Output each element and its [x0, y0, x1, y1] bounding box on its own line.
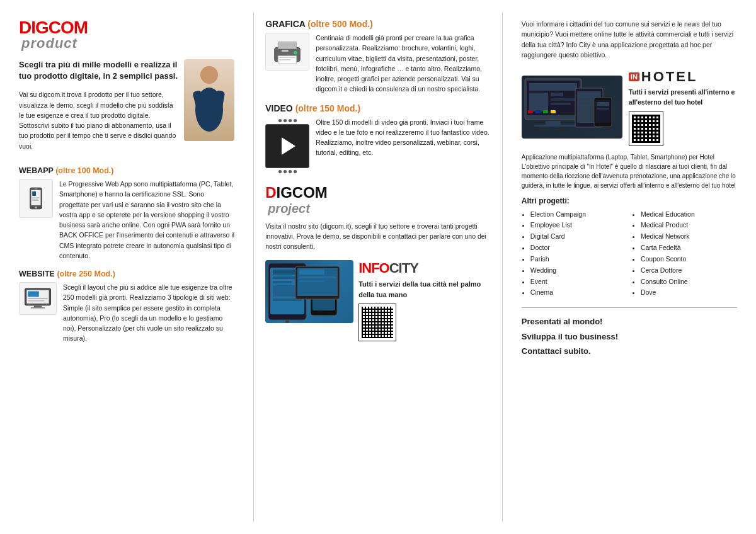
person-image	[184, 59, 234, 141]
svg-point-24	[294, 51, 297, 55]
printer-icon	[270, 37, 305, 66]
svg-rect-63	[536, 110, 541, 113]
website-row: Scegli il layout che più si addice alle …	[19, 282, 234, 344]
infocity-section: INFOCITY Tutti i servizi della tua città…	[265, 260, 491, 341]
video-dots-bottom	[278, 170, 297, 173]
grafica-title: GRAFICA (oltre 500 Mod.)	[265, 19, 491, 29]
dot2	[284, 119, 287, 122]
hotel-header: IN HOTEL Tutti i servizi presenti all'in…	[522, 69, 737, 146]
svg-rect-10	[32, 199, 38, 200]
svg-rect-18	[28, 300, 44, 302]
list-item: Event	[530, 276, 627, 288]
mid-column: GRAFICA (oltre 500 Mod.) Centinaia di mo…	[253, 13, 503, 521]
right-column: Vuoi informare i cittadini del tuo comun…	[515, 13, 743, 521]
webapp-title-text: WEBAPP	[19, 166, 54, 175]
dot7	[289, 170, 292, 173]
hotel-logo-row: IN HOTEL	[629, 69, 698, 85]
infocity-logo-text: INFOCITY	[358, 260, 491, 276]
website-text: Scegli il layout che più si addice alle …	[63, 282, 234, 344]
logo-brand: DIGCOM	[19, 19, 234, 37]
dot5	[278, 170, 282, 173]
svg-rect-20	[278, 42, 296, 48]
list-item: Medical Network	[641, 231, 737, 242]
website-section: WEBSITE (oltre 250 Mod.) Scegli il layo	[19, 270, 234, 344]
list-item: Medical Product	[641, 220, 737, 231]
video-dots-top	[278, 119, 297, 122]
dot3	[289, 119, 292, 122]
list-item: Dove	[641, 287, 737, 298]
cta-block: Presentati al mondo! Sviluppa il tuo bus…	[522, 314, 737, 358]
dot1	[278, 119, 282, 122]
logo-d: D	[19, 18, 31, 37]
project-logo-block: DIGCOM project	[265, 184, 491, 216]
svg-rect-9	[32, 197, 40, 198]
list-item: Parish	[530, 254, 627, 265]
hotel-right-col: IN HOTEL Tutti i servizi presenti all'in…	[629, 69, 737, 146]
svg-rect-62	[528, 110, 533, 113]
svg-rect-48	[551, 93, 563, 96]
list-item: Wedding	[530, 265, 627, 276]
svg-rect-61	[597, 108, 609, 110]
list-item: Cerca Dottore	[641, 265, 737, 276]
list-item: Carta Fedeltà	[641, 242, 737, 254]
svg-rect-46	[529, 83, 577, 91]
website-mod: (oltre 250 Mod.)	[57, 270, 115, 278]
left-column: DIGCOM product Scegli tra più di mille m…	[13, 13, 241, 521]
monitor-icon	[24, 287, 52, 310]
hotel-section: IN HOTEL Tutti i servizi presenti all'in…	[522, 69, 737, 190]
hotel-screens-col	[522, 76, 622, 139]
right-intro: Vuoi informare i cittadini del tuo comun…	[522, 19, 737, 60]
tagline: Scegli tra più di mille modelli e realiz…	[19, 59, 179, 82]
dot4	[294, 119, 297, 122]
list-item: Medical Education	[641, 209, 737, 220]
qr-code-hotel	[629, 111, 663, 146]
svg-rect-49	[551, 98, 576, 101]
play-button-icon	[282, 137, 295, 155]
cta-line2: Sviluppa il tuo business!	[522, 329, 737, 344]
svg-point-33	[285, 320, 289, 323]
page: DIGCOM product Scegli tra più di mille m…	[0, 0, 756, 534]
svg-rect-22	[279, 57, 295, 58]
svg-rect-42	[299, 276, 336, 278]
project-product: project	[268, 202, 491, 216]
projects-left: Election Campaign Employee List Digital …	[522, 209, 627, 299]
svg-point-6	[35, 207, 37, 208]
list-item: Consulto Online	[641, 276, 737, 288]
right-projects-list: Medical Education Medical Product Medica…	[632, 209, 737, 299]
grafica-title-text: GRAFICA	[265, 19, 305, 29]
left-projects-list: Election Campaign Employee List Digital …	[522, 209, 627, 299]
video-text: Oltre 150 di modelli di video già pronti…	[316, 117, 491, 158]
intro-text: Vai su digcom.it trova il prodotto per i…	[19, 89, 179, 151]
list-item: Digital Card	[530, 231, 627, 242]
video-icon-col	[265, 117, 309, 175]
svg-rect-17	[28, 298, 48, 299]
project-d: D	[265, 184, 276, 202]
website-title: WEBSITE (oltre 250 Mod.)	[19, 270, 234, 278]
svg-rect-57	[578, 104, 593, 106]
svg-rect-60	[597, 102, 609, 106]
logo: DIGCOM product	[19, 19, 234, 50]
cta-line1: Presentati al mondo!	[522, 314, 737, 329]
svg-rect-43	[299, 280, 324, 282]
svg-rect-65	[551, 110, 556, 113]
svg-rect-41	[299, 270, 324, 275]
person-icon	[190, 62, 228, 138]
qr-code-infocity	[358, 304, 396, 341]
qr-inner	[362, 307, 393, 338]
svg-rect-51	[546, 121, 561, 125]
svg-rect-47	[529, 93, 548, 111]
grafica-text: Centinaia di modelli già pronti per crea…	[316, 33, 491, 94]
webapp-text: Le Progressive Web App sono multipiattaf…	[59, 179, 234, 261]
list-item: Election Campaign	[530, 209, 627, 220]
list-item: Doctor	[530, 242, 627, 254]
svg-rect-64	[543, 110, 548, 113]
project-text: Visita il nostro sito (digcom.it), scegl…	[265, 221, 491, 252]
logo-product: product	[21, 37, 234, 50]
svg-point-0	[200, 66, 218, 84]
city-text: CITY	[389, 260, 418, 276]
svg-rect-30	[273, 281, 292, 283]
webapp-icon-box	[19, 179, 53, 218]
infocity-right: INFOCITY Tutti i servizi della tua città…	[358, 260, 491, 341]
hotel-screens-svg	[522, 76, 622, 139]
tagline-text-block: Scegli tra più di mille modelli e realiz…	[19, 59, 179, 160]
